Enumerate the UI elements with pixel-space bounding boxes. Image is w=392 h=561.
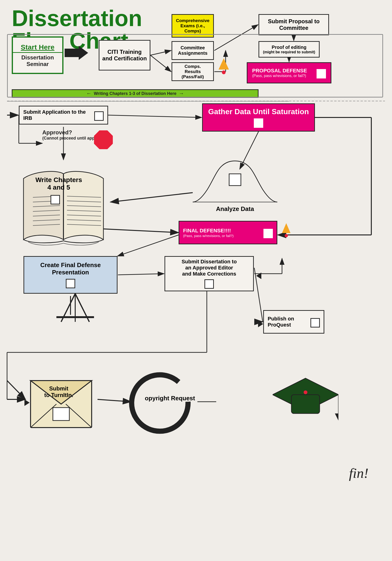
publish-proquest-box: Publish onProQuest — [263, 310, 324, 334]
start-here-box: Start Here DissertationSeminar — [12, 36, 64, 74]
svg-line-23 — [118, 274, 164, 275]
final-signature: fin! — [349, 465, 369, 481]
write-chapters-text: Write Chapters4 and 5 — [28, 176, 89, 191]
committee-assignments-box: CommitteeAssignments — [172, 41, 214, 60]
svg-line-19 — [118, 235, 179, 256]
proposal-defense-checkbox[interactable] — [316, 69, 326, 78]
citi-training-box: CITI Trainingand Certification — [99, 40, 150, 70]
svg-rect-64 — [291, 395, 320, 413]
gather-data-checkbox[interactable] — [254, 119, 263, 128]
start-to-citi-arrow — [65, 46, 88, 60]
graduation-cap — [272, 371, 338, 438]
publish-checkbox[interactable] — [310, 318, 320, 327]
turnitin-envelope — [26, 367, 96, 432]
copyright-symbol: opyright Request — [122, 364, 197, 439]
svg-rect-53 — [229, 174, 241, 186]
section-divider — [7, 101, 289, 101]
svg-point-67 — [304, 390, 307, 394]
analyze-data-container: Analyze Data — [188, 160, 282, 211]
submit-dissertation-box: Submit Dissertation toan Approved Editor… — [164, 256, 254, 291]
proposal-defense-box: PROPOSAL DEFENSE (Pass, pass w/revisions… — [247, 62, 331, 83]
exclamation-1 — [218, 58, 229, 74]
final-defense-checkbox[interactable] — [263, 229, 273, 238]
svg-line-5 — [214, 25, 258, 51]
write-chapters-checkbox[interactable] — [51, 195, 60, 204]
comprehensive-exams-box: Comprehensive Exams (i.e., Comps) — [172, 14, 214, 38]
create-final-box: Create Final DefensePresentation — [23, 256, 118, 294]
submit-diss-arrow — [256, 272, 261, 279]
irb-box: Submit Application to the IRB — [19, 106, 108, 125]
svg-line-4 — [150, 55, 171, 72]
svg-marker-66 — [335, 413, 338, 421]
create-final-checkbox[interactable] — [66, 279, 75, 288]
svg-rect-62 — [53, 408, 69, 421]
comps-results-box: Comps.Results(Pass/Fail) — [172, 62, 214, 81]
svg-line-17 — [110, 193, 193, 202]
svg-line-3 — [150, 51, 171, 55]
submit-proposal-box: Submit Proposal to Committee — [259, 14, 329, 35]
start-text: DissertationSeminar — [22, 54, 54, 67]
exclamation-2 — [282, 223, 291, 237]
stop-sign — [94, 130, 113, 149]
submit-diss-checkbox[interactable] — [205, 279, 214, 289]
irb-checkbox[interactable] — [94, 111, 104, 121]
book-shape — [14, 160, 113, 249]
start-label: Start Here — [13, 43, 62, 53]
writing-chapters-bar: ← Writing Chapters 1-3 of Dissertation H… — [12, 89, 259, 98]
svg-line-12 — [108, 115, 202, 118]
turnitin-label: Submit to TurnItIn. — [33, 385, 85, 399]
publish-arrow — [258, 321, 263, 327]
proof-editing-box: Proof of editing (might be required to s… — [259, 41, 320, 58]
final-defense-box: FINAL DEFENSE!!!! (Pass, pass w/revision… — [179, 221, 277, 244]
presentation-stand — [54, 294, 96, 331]
svg-line-29 — [7, 381, 25, 399]
gather-data-box: Gather Data Until Saturation — [202, 103, 315, 131]
copyright-text: opyright Request — [145, 395, 195, 402]
